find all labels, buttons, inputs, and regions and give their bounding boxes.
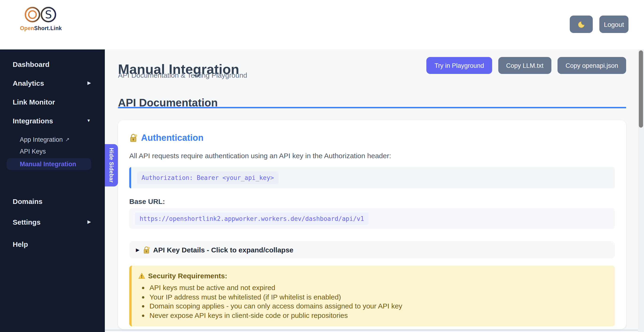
chevron-right-icon: ▶ — [88, 81, 91, 85]
theme-toggle-button[interactable] — [570, 16, 593, 33]
lock-with-key-icon — [143, 246, 150, 254]
sidebar-item-analytics[interactable]: Analytics ▶ — [0, 73, 105, 92]
top-header: S OpenShort.Link Logout — [0, 0, 644, 49]
copy-openapi-json-button[interactable]: Copy openapi.json — [558, 57, 626, 74]
sidebar-nav: Dashboard Analytics ▶ Link Monitor Integ… — [0, 49, 105, 332]
security-list-item: API keys must be active and not expired — [150, 283, 607, 292]
chevron-right-icon: ▶ — [88, 219, 91, 224]
main-content: Manual Integration API Documentation & T… — [105, 49, 644, 332]
sidebar-item-app-integration[interactable]: App Integration ↗ — [0, 134, 105, 145]
sidebar-item-dashboard[interactable]: Dashboard — [0, 55, 105, 73]
auth-header-code-block: Authorization: Bearer <your_api_key> — [129, 167, 615, 188]
auth-description: All API requests require authentication … — [129, 152, 615, 160]
authentication-card: Authentication All API requests require … — [118, 120, 626, 329]
page-subtitle: API Documentation & Testing Playground — [118, 71, 247, 79]
base-url-label: Base URL: — [129, 197, 615, 205]
content-bottom-divider — [105, 330, 644, 330]
base-url-code-block: https://openshortlink2.appworker.workers… — [129, 208, 615, 229]
page-actions: Try in Playground Copy LLM.txt Copy open… — [426, 57, 626, 74]
hide-sidebar-button[interactable]: Hide Sidebar — [105, 144, 118, 187]
security-list: API keys must be active and not expiredY… — [138, 283, 607, 320]
security-list-item: Your IP address must be whitelisted (if … — [150, 292, 607, 301]
base-url-code: https://openshortlink2.appworker.workers… — [135, 212, 369, 225]
try-in-playground-button[interactable]: Try in Playground — [426, 57, 492, 74]
sidebar-item-domains[interactable]: Domains — [0, 192, 105, 211]
security-list-item: Domain scoping applies - you can only ac… — [150, 301, 607, 310]
api-key-details-toggle[interactable]: ▶ API Key Details - Click to expand/coll… — [129, 241, 615, 259]
security-list-item: Never expose API keys in client-side cod… — [150, 310, 607, 320]
brand-name: OpenShort.Link — [20, 26, 62, 31]
topbar-actions: Logout — [570, 16, 628, 33]
sidebar-item-help[interactable]: Help — [0, 235, 105, 253]
disclosure-triangle-icon: ▶ — [136, 247, 140, 252]
chevron-down-icon: ▼ — [86, 118, 91, 123]
brand-logo[interactable]: S OpenShort.Link — [20, 5, 62, 31]
section-underline — [118, 107, 626, 108]
authentication-heading: Authentication — [129, 133, 615, 143]
sidebar-item-link-monitor[interactable]: Link Monitor — [0, 92, 105, 111]
svg-text:S: S — [45, 8, 52, 21]
moon-icon — [578, 21, 585, 28]
copy-llm-txt-button[interactable]: Copy LLM.txt — [498, 57, 552, 74]
lock-with-key-icon — [129, 134, 137, 142]
app-window: S OpenShort.Link Logout Dashboard Analyt… — [0, 0, 644, 332]
logout-button[interactable]: Logout — [599, 16, 628, 33]
external-link-icon: ↗ — [65, 136, 69, 143]
api-key-details-label: API Key Details - Click to expand/collap… — [153, 246, 293, 254]
sidebar-item-integrations[interactable]: Integrations ▼ — [0, 111, 105, 130]
security-requirements-title: Security Requirements: — [138, 272, 607, 280]
warning-icon — [138, 272, 145, 279]
security-requirements-callout: Security Requirements: API keys must be … — [129, 266, 615, 326]
sidebar-item-settings[interactable]: Settings ▶ — [0, 212, 105, 231]
scrollbar-thumb[interactable] — [639, 50, 643, 128]
sidebar-item-api-keys[interactable]: API Keys — [0, 145, 105, 157]
openshortlink-logo-icon: S — [24, 5, 58, 25]
integrations-submenu: App Integration ↗ API Keys Manual Integr… — [0, 134, 105, 170]
scrollbar-track — [638, 49, 644, 332]
sidebar-item-manual-integration[interactable]: Manual Integration — [6, 158, 91, 170]
auth-header-code: Authorization: Bearer <your_api_key> — [137, 172, 279, 184]
